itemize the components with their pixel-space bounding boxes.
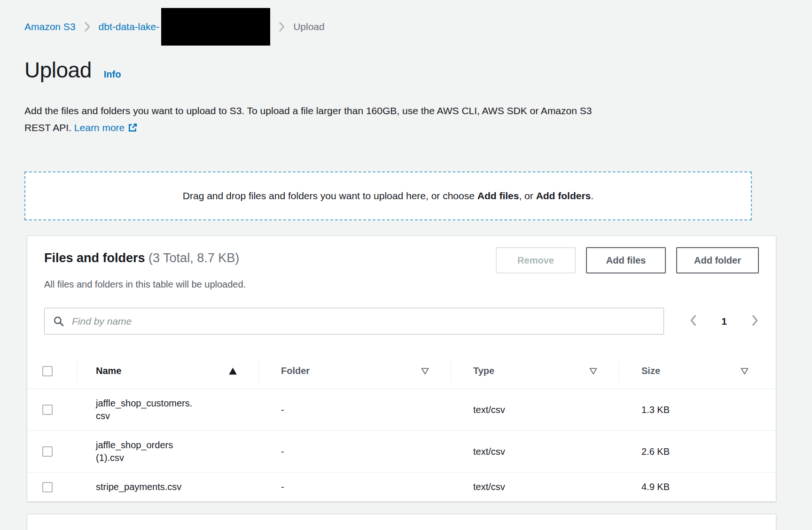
- column-header-name[interactable]: Name: [77, 353, 258, 389]
- file-folder: -: [258, 437, 451, 466]
- file-size: 1.3 KB: [619, 396, 776, 424]
- chevron-left-icon: [689, 314, 697, 328]
- file-name-cell: jaffle_shop_orders (1).csv: [77, 431, 258, 472]
- file-name-cell: stripe_payments.csv: [77, 473, 258, 501]
- dropzone-add-files-bold: Add files: [477, 190, 519, 201]
- table-row: stripe_payments.csv - text/csv 4.9 KB: [27, 472, 776, 501]
- search-row: 1: [44, 308, 759, 335]
- add-files-button[interactable]: Add files: [586, 247, 666, 273]
- remove-button[interactable]: Remove: [496, 247, 576, 273]
- files-table: Name Folder Type Size: [27, 353, 776, 501]
- sort-ascending-icon: [229, 367, 237, 374]
- dropzone-text: Drag and drop files and folders you want…: [183, 190, 593, 202]
- filter-caret-icon[interactable]: [589, 367, 597, 374]
- pagination: 1: [689, 314, 759, 328]
- file-folder: -: [258, 396, 451, 424]
- file-name: stripe_payments.csv: [96, 481, 196, 493]
- page-title: Upload: [24, 57, 92, 83]
- file-name-cell: jaffle_shop_customers.csv: [77, 389, 258, 430]
- dropzone-text-prefix: Drag and drop files and folders you want…: [183, 190, 477, 201]
- filter-caret-icon[interactable]: [421, 367, 429, 374]
- chevron-right-icon: [751, 314, 759, 328]
- panel-subtitle: All files and folders in this table will…: [27, 273, 776, 290]
- filter-caret-icon[interactable]: [741, 367, 749, 374]
- file-type: text/csv: [451, 396, 619, 424]
- column-header-type-label: Type: [473, 366, 494, 376]
- dropzone-or-text: , or: [519, 190, 536, 201]
- file-name: jaffle_shop_customers.csv: [96, 397, 196, 422]
- select-all-checkbox[interactable]: [42, 366, 53, 376]
- panel-actions: Remove Add files Add folder: [496, 247, 759, 273]
- file-type: text/csv: [451, 437, 619, 466]
- page-description: Add the files and folders you want to up…: [24, 102, 619, 138]
- panel-title-text: Files and folders: [44, 251, 145, 265]
- column-header-size-label: Size: [641, 366, 660, 376]
- chevron-right-icon: [84, 22, 90, 32]
- header-checkbox-cell: [27, 354, 77, 389]
- next-section-card: [27, 514, 776, 530]
- file-size: 2.6 KB: [619, 437, 776, 466]
- column-header-name-label: Name: [96, 366, 121, 376]
- breadcrumb-current-upload: Upload: [293, 21, 325, 33]
- row-checkbox-cell: [27, 397, 77, 423]
- breadcrumb: Amazon S3 dbt-data-lake- Upload: [0, 0, 812, 33]
- search-box[interactable]: [44, 308, 664, 335]
- column-header-folder-label: Folder: [281, 366, 310, 376]
- search-icon: [53, 316, 64, 327]
- breadcrumb-link-amazon-s3[interactable]: Amazon S3: [24, 21, 76, 33]
- row-checkbox[interactable]: [42, 482, 53, 492]
- table-header-row: Name Folder Type Size: [27, 353, 776, 389]
- table-row: jaffle_shop_orders (1).csv - text/csv 2.…: [27, 430, 776, 472]
- pagination-next-button[interactable]: [751, 314, 759, 328]
- panel-count-summary: (3 Total, 8.7 KB): [148, 251, 239, 265]
- row-checkbox-cell: [27, 438, 77, 465]
- redacted-bucket-name-box: [161, 8, 270, 46]
- pagination-current-page[interactable]: 1: [718, 315, 730, 327]
- panel-title: Files and folders (3 Total, 8.7 KB): [44, 251, 239, 265]
- column-header-size[interactable]: Size: [619, 353, 776, 389]
- learn-more-label: Learn more: [74, 122, 125, 133]
- chevron-right-icon: [279, 22, 285, 32]
- table-row: jaffle_shop_customers.csv - text/csv 1.3…: [27, 389, 776, 430]
- pagination-prev-button[interactable]: [689, 314, 697, 328]
- row-checkbox[interactable]: [42, 446, 53, 457]
- dropzone-period: .: [591, 190, 593, 201]
- breadcrumb-link-bucket[interactable]: dbt-data-lake-: [99, 21, 160, 33]
- files-and-folders-panel: Files and folders (3 Total, 8.7 KB) Remo…: [27, 235, 776, 502]
- external-link-icon: [128, 121, 138, 138]
- file-name: jaffle_shop_orders (1).csv: [96, 439, 196, 464]
- dropzone-add-folders-bold: Add folders: [536, 190, 591, 201]
- row-checkbox[interactable]: [42, 405, 53, 415]
- row-checkbox-cell: [27, 474, 77, 500]
- drag-drop-zone[interactable]: Drag and drop files and folders you want…: [24, 171, 752, 220]
- search-input[interactable]: [71, 315, 655, 327]
- file-size: 4.9 KB: [619, 473, 776, 501]
- info-link[interactable]: Info: [104, 69, 121, 80]
- file-folder: -: [258, 473, 451, 501]
- panel-header: Files and folders (3 Total, 8.7 KB) Remo…: [27, 236, 776, 273]
- column-header-folder[interactable]: Folder: [258, 353, 451, 389]
- add-folder-button[interactable]: Add folder: [676, 247, 759, 273]
- page-title-row: Upload Info: [24, 57, 788, 83]
- file-type: text/csv: [451, 473, 619, 501]
- column-header-type[interactable]: Type: [451, 353, 619, 389]
- learn-more-link[interactable]: Learn more: [74, 122, 138, 133]
